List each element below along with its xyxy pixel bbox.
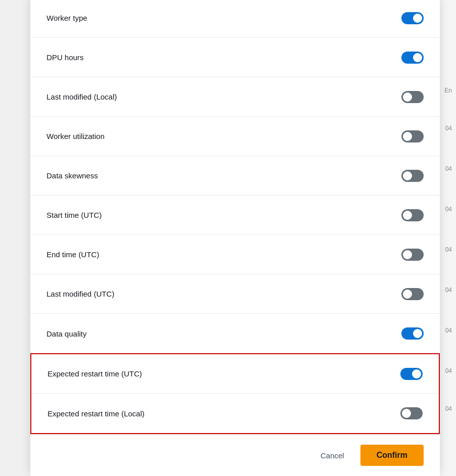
row-expected-restart-local: Expected restart time (Local)	[31, 394, 439, 433]
label-end-time-utc: End time (UTC)	[47, 250, 99, 259]
dialog-overlay: En 04 04 04 04 04 04 04 04 Worker type D…	[0, 0, 456, 476]
toggle-data-skewness[interactable]	[401, 170, 424, 182]
row-dpu-hours: DPU hours	[30, 38, 440, 77]
toggle-knob-worker-type	[413, 14, 422, 23]
label-expected-restart-local: Expected restart time (Local)	[48, 409, 145, 418]
toggle-knob-start-time-utc	[403, 211, 412, 220]
row-data-quality: Data quality	[30, 314, 440, 353]
row-end-time-utc: End time (UTC)	[30, 235, 440, 274]
label-data-quality: Data quality	[47, 329, 86, 338]
toggle-knob-worker-utilization	[403, 132, 412, 141]
label-last-modified-utc: Last modified (UTC)	[47, 290, 114, 298]
label-worker-type: Worker type	[47, 14, 87, 22]
bg-label-2: 04	[445, 149, 454, 188]
label-dpu-hours: DPU hours	[47, 53, 83, 62]
toggle-knob-data-skewness	[403, 171, 412, 180]
label-data-skewness: Data skewness	[47, 171, 98, 180]
toggle-expected-restart-utc[interactable]	[400, 368, 423, 380]
toggle-data-quality[interactable]	[401, 327, 424, 340]
toggle-knob-dpu-hours	[413, 53, 422, 62]
bg-label-6: 04	[445, 311, 454, 350]
preferences-modal: Worker type DPU hours Last modified (Loc…	[30, 0, 440, 476]
row-last-modified-local: Last modified (Local)	[30, 77, 440, 117]
toggle-last-modified-utc[interactable]	[401, 288, 424, 300]
modal-body: Worker type DPU hours Last modified (Loc…	[30, 0, 440, 434]
row-worker-utilization: Worker utilization	[30, 117, 440, 156]
modal-footer: Cancel Confirm	[30, 434, 440, 476]
row-start-time-utc: Start time (UTC)	[30, 196, 440, 235]
toggle-start-time-utc[interactable]	[401, 209, 424, 221]
row-worker-type: Worker type	[30, 0, 440, 38]
toggle-knob-last-modified-local	[403, 92, 412, 102]
toggle-knob-expected-restart-utc	[412, 369, 421, 378]
bg-label-8: 04	[445, 389, 454, 429]
toggle-end-time-utc[interactable]	[401, 249, 424, 261]
label-expected-restart-utc: Expected restart time (UTC)	[48, 369, 142, 378]
bg-label-7: 04	[445, 351, 454, 391]
toggle-last-modified-local[interactable]	[401, 91, 424, 103]
bg-label-1: 04	[445, 109, 454, 148]
toggle-knob-expected-restart-local	[402, 409, 411, 418]
toggle-worker-utilization[interactable]	[401, 130, 424, 142]
row-last-modified-utc: Last modified (UTC)	[30, 274, 440, 314]
toggle-knob-data-quality	[413, 329, 422, 338]
toggle-dpu-hours[interactable]	[401, 52, 424, 64]
confirm-button[interactable]: Confirm	[360, 445, 424, 466]
toggle-rows-container: Worker type DPU hours Last modified (Loc…	[30, 0, 440, 353]
label-last-modified-local: Last modified (Local)	[47, 92, 117, 101]
toggle-expected-restart-local[interactable]	[400, 407, 423, 419]
label-start-time-utc: Start time (UTC)	[47, 211, 102, 219]
bg-label-5: 04	[445, 270, 454, 310]
row-data-skewness: Data skewness	[30, 156, 440, 196]
toggle-worker-type[interactable]	[401, 12, 424, 24]
bg-label-en: En	[444, 71, 454, 110]
label-worker-utilization: Worker utilization	[47, 132, 105, 140]
bg-label-3: 04	[445, 189, 454, 229]
bg-label-4: 04	[445, 230, 454, 269]
toggle-knob-last-modified-utc	[403, 290, 412, 299]
highlighted-rows-section: Expected restart time (UTC) Expected res…	[30, 353, 440, 434]
cancel-button[interactable]: Cancel	[312, 447, 352, 464]
toggle-knob-end-time-utc	[403, 250, 412, 259]
row-expected-restart-utc: Expected restart time (UTC)	[31, 354, 439, 394]
